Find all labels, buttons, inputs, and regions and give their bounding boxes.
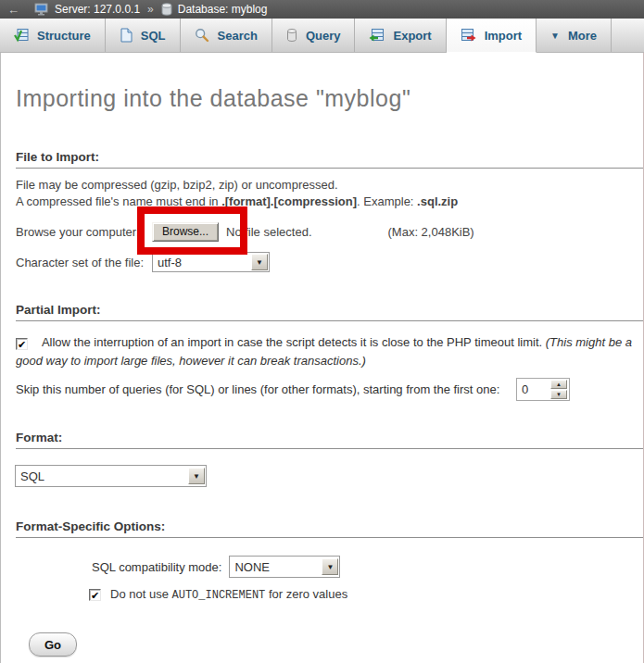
breadcrumb-separator: » [147, 3, 154, 16]
stepper-down-icon[interactable]: ▼ [550, 390, 567, 399]
compression-info: File may be compressed (gzip, bzip2, zip… [16, 177, 643, 210]
section-heading-partial-import: Partial Import: [16, 303, 643, 321]
tab-bar: Structure SQL Search Query Export [0, 19, 644, 53]
page-title: Importing into the database "myblog" [16, 53, 643, 112]
search-icon [195, 28, 209, 43]
allow-interruption-text: Allow the interruption of an import in c… [42, 335, 546, 349]
tab-export[interactable]: Export [355, 19, 446, 52]
name-rule-format: .[format].[compression] [221, 194, 357, 208]
dropdown-arrow-icon[interactable]: ▼ [251, 254, 268, 270]
breadcrumb-bar: ← Server: 127.0.0.1 » Database: myblog [0, 0, 644, 19]
sql-compatibility-label: SQL compatibility mode: [92, 560, 221, 574]
breadcrumb-server[interactable]: Server: 127.0.0.1 [55, 3, 140, 16]
import-page: Importing into the database "myblog" Fil… [0, 53, 644, 663]
chevron-down-icon: ▼ [550, 31, 560, 41]
charset-selected-value: utf-8 [153, 256, 182, 269]
section-heading-format: Format: [16, 431, 643, 449]
format-select[interactable]: SQL ▼ [15, 465, 207, 487]
tab-label: More [568, 29, 597, 43]
query-icon [286, 28, 297, 43]
section-heading-format-options: Format-Specific Options: [16, 519, 643, 538]
section-heading-file-to-import: File to Import: [16, 150, 643, 169]
sql-compatibility-row: SQL compatibility mode: NONE ▼ [92, 556, 643, 578]
sql-icon [120, 28, 133, 43]
tab-structure[interactable]: Structure [0, 19, 106, 52]
skip-queries-row: Skip this number of queries (for SQL) or… [16, 377, 643, 401]
tab-import[interactable]: Import [447, 19, 537, 53]
skip-queries-label: Skip this number of queries (for SQL) or… [16, 382, 516, 396]
no-file-selected-text: No file selected. [226, 225, 312, 239]
tab-label: Export [393, 29, 431, 43]
allow-interruption-row: ✔ Allow the interruption of an import in… [16, 333, 638, 370]
go-button[interactable]: Go [29, 632, 77, 657]
sql-compatibility-select[interactable]: NONE ▼ [229, 556, 340, 578]
auto-increment-label: Do not use AUTO_INCREMENT for zero value… [110, 587, 347, 602]
dropdown-arrow-icon[interactable]: ▼ [322, 558, 338, 575]
auto-increment-row: ✔ Do not use AUTO_INCREMENT for zero val… [89, 587, 643, 602]
stepper-buttons: ▲ ▼ [550, 380, 567, 399]
tab-query[interactable]: Query [272, 19, 356, 52]
charset-label: Character set of the file: [16, 256, 152, 269]
compression-line: File may be compressed (gzip, bzip2, zip… [16, 178, 338, 192]
max-size-text: (Max: 2,048KiB) [388, 225, 474, 239]
import-icon [461, 28, 476, 43]
structure-icon [14, 28, 29, 43]
database-icon [161, 3, 172, 16]
breadcrumb-database[interactable]: Database: myblog [178, 3, 268, 16]
browse-button[interactable]: Browse... [152, 222, 219, 242]
dropdown-arrow-icon[interactable]: ▼ [188, 468, 205, 484]
tab-search[interactable]: Search [181, 19, 272, 52]
browse-label: Browse your computer: [16, 225, 152, 239]
tab-label: Search [218, 29, 258, 43]
charset-row: Character set of the file: utf-8 ▼ [16, 251, 643, 273]
browse-row: Browse your computer: Browse... No file … [16, 221, 643, 242]
tab-label: SQL [141, 29, 166, 43]
server-icon [34, 3, 49, 16]
allow-interruption-checkbox[interactable]: ✔ [16, 338, 28, 350]
auto-increment-code: AUTO_INCREMENT [172, 589, 266, 602]
charset-select[interactable]: utf-8 ▼ [152, 252, 270, 272]
tab-label: Import [485, 29, 522, 43]
format-selected-value: SQL [16, 469, 44, 483]
tab-label: Query [306, 29, 341, 43]
skip-queries-input[interactable] [517, 382, 545, 396]
tab-more[interactable]: ▼ More [537, 19, 612, 52]
sql-compatibility-value: NONE [230, 560, 270, 574]
name-rule-example: .sql.zip [417, 194, 458, 208]
name-rule-prefix: A compressed file's name must end in [16, 194, 221, 208]
tab-sql[interactable]: SQL [106, 19, 181, 52]
stepper-up-icon[interactable]: ▲ [550, 380, 567, 389]
tab-label: Structure [37, 29, 91, 43]
skip-queries-stepper[interactable]: ▲ ▼ [516, 378, 570, 401]
name-rule-mid: . Example: [357, 194, 417, 208]
auto-increment-checkbox[interactable]: ✔ [89, 589, 101, 601]
back-arrow-icon[interactable]: ← [7, 3, 19, 17]
export-icon [369, 28, 385, 43]
